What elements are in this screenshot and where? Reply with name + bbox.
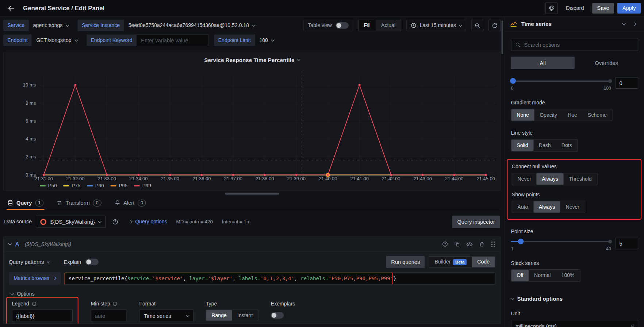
gradient-opacity-button[interactable]: Opacity [534, 109, 563, 121]
endpoint-limit-picker[interactable]: 100 [255, 35, 278, 46]
skywalking-logo-icon [41, 219, 47, 225]
options-tab-overrides[interactable]: Overrides [575, 57, 638, 69]
connect-nulls-threshold-button[interactable]: Threshold [563, 173, 597, 185]
query-code-editor[interactable]: service_percentile{service='$service', l… [64, 272, 495, 285]
show-points-never-button[interactable]: Never [560, 201, 585, 213]
gradient-none-button[interactable]: None [511, 109, 534, 121]
builder-mode-button[interactable]: Builder Beta [429, 257, 472, 267]
standard-options-section[interactable]: Standard options [511, 296, 639, 302]
unit-select[interactable]: milliseconds (ms) [511, 320, 639, 327]
line-style-dots-button[interactable]: Dots [556, 140, 577, 151]
delete-query-button[interactable] [479, 241, 485, 247]
slider-track[interactable] [511, 241, 612, 242]
legend-input[interactable] [12, 309, 73, 322]
svg-text:21:45:00: 21:45:00 [476, 176, 495, 181]
slider-track[interactable] [511, 80, 612, 81]
timeseries-panel: Service Response Time Percentile 0 ms2 m… [3, 52, 501, 191]
view-mode-group: Fill Actual [358, 20, 401, 31]
view-mode-fill-button[interactable]: Fill [359, 20, 376, 31]
endpoint-keyword-variable: Endpoint Keyword [87, 35, 209, 46]
visualization-select[interactable]: Time series [510, 20, 625, 27]
run-queries-button[interactable]: Run queries [386, 256, 425, 268]
svg-text:21:32:00: 21:32:00 [66, 176, 85, 181]
collapse-options-pane-button[interactable] [629, 19, 640, 29]
zoom-out-button[interactable] [471, 20, 483, 31]
legend-item[interactable]: P90 [87, 183, 104, 189]
tab-alert[interactable]: Alert 0 [114, 197, 147, 210]
min-step-input[interactable] [91, 309, 127, 322]
query-options-collapse[interactable]: Options [11, 291, 500, 297]
time-range-picker[interactable]: Last 15 minutes [406, 20, 466, 31]
query-row-header[interactable]: A (${DS_SkyWalking}) [4, 237, 500, 252]
stack-off-button[interactable]: Off [511, 270, 529, 281]
panel-resize-handle[interactable] [225, 193, 279, 195]
collapse-chevron-icon[interactable] [8, 242, 12, 245]
type-range-button[interactable]: Range [206, 310, 232, 320]
duplicate-query-button[interactable] [454, 241, 460, 247]
slider-handle[interactable] [518, 239, 524, 245]
fill-opacity-slider[interactable] [511, 78, 612, 84]
endpoint-variable-picker[interactable]: GET:/songs/top [32, 35, 82, 46]
point-size-slider[interactable] [511, 239, 612, 245]
dashboard-settings-button[interactable] [545, 2, 558, 14]
code-mode-button[interactable]: Code [472, 257, 495, 267]
query-help-button[interactable] [442, 241, 448, 247]
stack-hundred-button[interactable]: 100% [556, 270, 580, 281]
gradient-hue-button[interactable]: Hue [562, 109, 582, 121]
connect-nulls-always-button[interactable]: Always [537, 173, 564, 185]
back-button[interactable] [5, 3, 18, 13]
tab-transform[interactable]: Transform 0 [56, 197, 102, 210]
view-mode-actual-button[interactable]: Actual [376, 20, 400, 31]
chevron-down-icon [66, 23, 69, 27]
type-instant-button[interactable]: Instant [232, 310, 258, 320]
format-select[interactable]: Time series [139, 309, 193, 322]
explain-toggle[interactable] [85, 259, 99, 265]
datasource-picker[interactable]: ${DS_SkyWalking} [36, 216, 106, 228]
exemplars-toggle[interactable] [271, 312, 284, 319]
line-style-solid-button[interactable]: Solid [511, 140, 534, 151]
fill-opacity-value[interactable]: 0 [615, 77, 638, 89]
slider-handle[interactable] [510, 78, 516, 84]
legend-item[interactable]: P95 [111, 183, 128, 189]
endpoint-keyword-input[interactable] [137, 35, 209, 46]
timeseries-chart[interactable]: 0 ms2 ms4 ms6 ms8 ms10 ms21:31:0021:32:0… [4, 65, 500, 182]
point-size-value[interactable]: 5 [615, 238, 638, 249]
visualization-name: Time series [521, 21, 552, 27]
metrics-browser-button[interactable]: Metrics browser [9, 272, 61, 285]
options-search[interactable] [511, 39, 639, 51]
query-patterns-dropdown[interactable]: Query patterns [9, 259, 50, 265]
save-button[interactable]: Save [592, 3, 614, 13]
service-instance-variable-picker[interactable]: 5eed0e5758a244aca6e7699415d360aa@10.52.0… [124, 20, 260, 31]
apply-button[interactable]: Apply [617, 3, 641, 13]
svg-text:21:39:00: 21:39:00 [287, 176, 306, 181]
options-tab-all[interactable]: All [511, 57, 575, 69]
line-style-dash-button[interactable]: Dash [533, 140, 556, 151]
stack-normal-button[interactable]: Normal [529, 270, 556, 281]
disable-query-button[interactable] [466, 241, 473, 247]
legend-item[interactable]: P50 [40, 183, 57, 189]
drag-handle-icon[interactable] [491, 241, 495, 247]
legend-item[interactable]: P75 [64, 183, 81, 189]
show-points-always-button[interactable]: Always [533, 201, 560, 213]
service-variable-picker[interactable]: agent::songs [29, 20, 73, 31]
legend-item[interactable]: P99 [134, 183, 151, 189]
timeseries-viz-icon [510, 20, 517, 27]
options-search-input[interactable] [524, 42, 635, 48]
type-options: Range Instant [206, 309, 258, 321]
gradient-scheme-button[interactable]: Scheme [582, 109, 612, 121]
panel-title-menu[interactable]: Service Response Time Percentile [4, 55, 500, 65]
datasource-help-button[interactable] [110, 216, 120, 228]
show-points-auto-button[interactable]: Auto [512, 201, 533, 213]
grafana-edit-panel-page: General Service / Edit Panel Discard Sav… [0, 0, 644, 327]
connect-nulls-never-button[interactable]: Never [512, 173, 537, 185]
tab-query[interactable]: Query 1 [7, 197, 44, 210]
discard-button[interactable]: Discard [561, 3, 589, 13]
refresh-button[interactable] [488, 20, 501, 31]
table-view-toggle[interactable] [336, 22, 349, 29]
chevron-down-icon [622, 22, 626, 25]
scrollbar[interactable] [502, 20, 503, 54]
show-points-options: Auto Always Never [512, 201, 585, 213]
query-options-toggle[interactable]: Query options [129, 219, 167, 225]
query-inspector-button[interactable]: Query inspector [452, 216, 500, 228]
chevron-down-icon [252, 23, 256, 27]
